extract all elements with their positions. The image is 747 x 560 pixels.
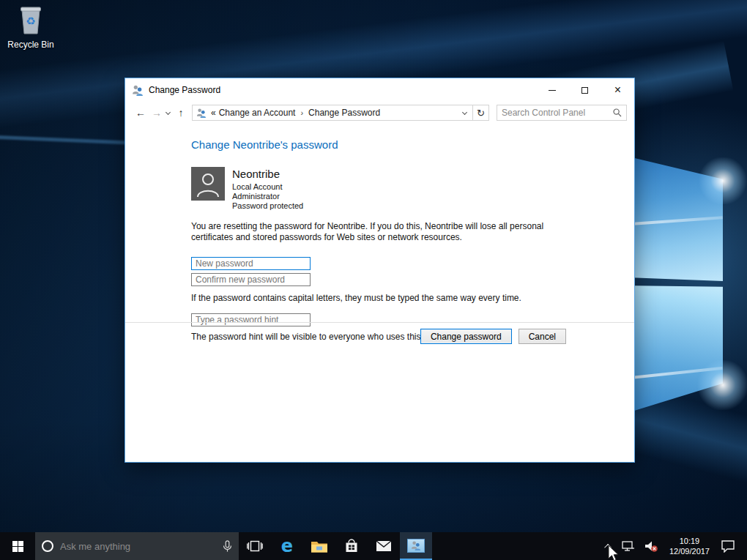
breadcrumb-separator-icon: › [300,108,303,117]
clock-date: 12/09/2017 [669,546,710,556]
breadcrumb-change-an-account[interactable]: Change an Account [219,108,296,118]
cancel-button[interactable]: Cancel [519,329,566,344]
clock-time: 10:19 [669,536,710,546]
recycle-symbol: ♻ [26,15,35,28]
navigation-bar: ← → ↑ « Change an Account › Change Passw… [125,102,634,124]
edge-browser-button[interactable]: e [271,532,303,560]
store-icon [344,539,359,553]
action-center-button[interactable] [716,532,740,560]
page-title: Change Neontribe's password [191,138,634,151]
task-view-icon [247,540,263,553]
button-row-divider [125,322,634,323]
confirm-password-input[interactable] [191,273,311,286]
search-icon [613,108,622,117]
address-bar[interactable]: « Change an Account › Change Password [192,105,473,121]
cortana-search-box[interactable] [35,532,239,560]
new-password-input[interactable] [191,257,311,270]
user-accounts-icon [132,84,144,96]
breadcrumb-change-password[interactable]: Change Password [308,108,380,118]
account-role: Administrator [232,192,303,201]
window-title: Change Password [149,85,220,95]
file-explorer-icon [311,540,328,553]
maximize-icon [581,87,588,94]
taskbar: e [0,532,747,560]
account-type: Local Account [232,182,303,192]
maximize-button[interactable] [568,78,601,102]
address-dropdown-chevron-icon[interactable] [462,109,467,114]
microphone-icon[interactable] [223,540,232,553]
dialog-buttons: Change password Cancel [420,329,566,344]
mail-icon [376,540,392,552]
search-input[interactable] [502,108,613,118]
account-name: Neontribe [232,168,303,180]
close-icon: × [614,84,621,96]
file-explorer-button[interactable] [303,532,335,560]
change-password-button[interactable]: Change password [420,329,512,344]
recycle-bin-icon: ♻ [18,4,44,35]
person-silhouette-icon [191,167,225,201]
account-avatar [191,167,225,201]
capital-letters-note: If the password contains capital letters… [191,293,634,303]
recycle-bin-label: Recycle Bin [3,40,59,50]
control-panel-search-box[interactable] [497,105,627,121]
account-protection: Password protected [232,201,303,211]
user-accounts-window-button[interactable] [400,532,432,560]
change-password-window: Change Password × ← → ↑ « Change an Acco… [124,78,635,463]
dialog-content: Change Neontribe's password Neontribe Lo… [125,138,634,342]
back-button[interactable]: ← [133,107,149,119]
recycle-bin-shortcut[interactable]: ♻ Recycle Bin [3,4,59,50]
title-bar: Change Password × [125,78,634,102]
up-button[interactable]: ↑ [173,107,189,119]
taskbar-clock[interactable]: 10:19 12/09/2017 [663,536,716,556]
desktop: ♻ Recycle Bin Change Password × ← → ↑ « … [0,0,747,560]
reset-warning-text: You are resetting the password for Neont… [191,221,563,243]
start-button[interactable] [0,532,35,560]
user-accounts-icon [196,108,207,118]
account-info: Neontribe Local Account Administrator Pa… [232,167,303,211]
recent-pages-chevron-icon[interactable] [166,109,171,114]
system-tray: 10:19 12/09/2017 [602,532,747,560]
mouse-cursor [608,545,620,560]
close-button[interactable]: × [601,78,634,102]
task-view-button[interactable] [239,532,271,560]
forward-button[interactable]: → [149,107,165,119]
password-hint-input[interactable] [191,313,311,326]
action-center-icon [721,540,735,553]
ethernet-network-icon [620,540,635,553]
minimize-button[interactable] [535,78,568,102]
taskbar-search-input[interactable] [60,541,216,552]
refresh-button[interactable]: ↻ [473,105,489,121]
breadcrumb-overflow-chevrons[interactable]: « [211,108,216,118]
microsoft-store-button[interactable] [335,532,368,560]
windows-logo-icon [12,541,23,552]
edge-icon: e [281,536,293,556]
mail-app-button[interactable] [368,532,400,560]
user-accounts-app-icon [407,539,425,553]
cortana-icon [42,540,53,552]
minimize-icon [549,90,556,91]
hint-visibility-note: The password hint will be visible to eve… [191,332,634,342]
volume-button[interactable] [639,532,663,560]
account-summary: Neontribe Local Account Administrator Pa… [191,167,634,211]
volume-muted-icon [644,540,658,553]
